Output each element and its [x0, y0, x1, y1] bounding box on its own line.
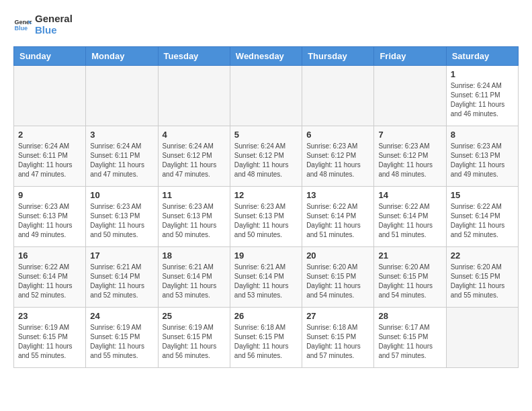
day-of-week-header: Tuesday	[158, 47, 230, 66]
day-of-week-header: Monday	[86, 47, 158, 66]
day-number: 28	[378, 311, 441, 321]
svg-text:Blue: Blue	[14, 25, 28, 32]
day-info: Sunrise: 6:21 AM Sunset: 6:14 PM Dayligh…	[234, 263, 298, 300]
day-info: Sunrise: 6:23 AM Sunset: 6:13 PM Dayligh…	[163, 202, 226, 240]
calendar-day-cell: 28Sunrise: 6:17 AM Sunset: 6:15 PM Dayli…	[374, 308, 446, 368]
day-info: Sunrise: 6:24 AM Sunset: 6:11 PM Dayligh…	[451, 81, 514, 119]
day-info: Sunrise: 6:23 AM Sunset: 6:12 PM Dayligh…	[306, 142, 369, 179]
day-number: 11	[163, 190, 226, 200]
calendar-day-cell: 11Sunrise: 6:23 AM Sunset: 6:13 PM Dayli…	[158, 187, 230, 247]
day-number: 2	[18, 130, 81, 140]
day-info: Sunrise: 6:23 AM Sunset: 6:13 PM Dayligh…	[90, 202, 153, 240]
calendar-day-cell	[446, 308, 518, 368]
logo: General Blue General Blue	[13, 13, 73, 36]
day-number: 18	[163, 250, 226, 261]
calendar-day-cell: 4Sunrise: 6:24 AM Sunset: 6:12 PM Daylig…	[158, 126, 230, 187]
calendar-day-cell: 13Sunrise: 6:22 AM Sunset: 6:14 PM Dayli…	[302, 187, 374, 247]
calendar-day-cell: 8Sunrise: 6:23 AM Sunset: 6:13 PM Daylig…	[446, 126, 518, 187]
logo-general-text: General	[35, 13, 73, 24]
day-info: Sunrise: 6:18 AM Sunset: 6:15 PM Dayligh…	[234, 323, 298, 361]
calendar-day-cell	[374, 66, 446, 126]
calendar-day-cell: 14Sunrise: 6:22 AM Sunset: 6:14 PM Dayli…	[374, 187, 446, 247]
day-info: Sunrise: 6:20 AM Sunset: 6:15 PM Dayligh…	[378, 263, 441, 300]
calendar-day-cell: 27Sunrise: 6:18 AM Sunset: 6:15 PM Dayli…	[302, 308, 374, 368]
calendar-day-cell: 3Sunrise: 6:24 AM Sunset: 6:11 PM Daylig…	[86, 126, 158, 187]
calendar-day-cell: 23Sunrise: 6:19 AM Sunset: 6:15 PM Dayli…	[14, 308, 86, 368]
calendar-day-cell: 1Sunrise: 6:24 AM Sunset: 6:11 PM Daylig…	[446, 66, 518, 126]
calendar-week-row: 23Sunrise: 6:19 AM Sunset: 6:15 PM Dayli…	[14, 308, 519, 368]
day-of-week-header: Sunday	[14, 47, 86, 66]
day-of-week-header: Saturday	[446, 47, 518, 66]
calendar-day-cell: 22Sunrise: 6:20 AM Sunset: 6:15 PM Dayli…	[446, 247, 518, 308]
day-info: Sunrise: 6:24 AM Sunset: 6:11 PM Dayligh…	[18, 142, 81, 179]
day-number: 14	[378, 190, 441, 200]
day-number: 21	[378, 250, 441, 261]
day-number: 19	[234, 250, 298, 261]
calendar-day-cell	[230, 66, 302, 126]
day-info: Sunrise: 6:23 AM Sunset: 6:13 PM Dayligh…	[451, 142, 514, 179]
calendar-day-cell: 9Sunrise: 6:23 AM Sunset: 6:13 PM Daylig…	[14, 187, 86, 247]
day-info: Sunrise: 6:23 AM Sunset: 6:13 PM Dayligh…	[18, 202, 81, 240]
calendar-day-cell: 10Sunrise: 6:23 AM Sunset: 6:13 PM Dayli…	[86, 187, 158, 247]
day-number: 5	[234, 130, 298, 140]
calendar-day-cell	[158, 66, 230, 126]
calendar-day-cell: 2Sunrise: 6:24 AM Sunset: 6:11 PM Daylig…	[14, 126, 86, 187]
calendar-day-cell: 20Sunrise: 6:20 AM Sunset: 6:15 PM Dayli…	[302, 247, 374, 308]
calendar-day-cell: 7Sunrise: 6:23 AM Sunset: 6:12 PM Daylig…	[374, 126, 446, 187]
logo-icon: General Blue	[13, 15, 32, 34]
day-of-week-header: Thursday	[302, 47, 374, 66]
day-info: Sunrise: 6:19 AM Sunset: 6:15 PM Dayligh…	[163, 323, 226, 361]
day-of-week-header: Friday	[374, 47, 446, 66]
day-number: 10	[90, 190, 153, 200]
day-info: Sunrise: 6:24 AM Sunset: 6:11 PM Dayligh…	[90, 142, 153, 179]
day-info: Sunrise: 6:21 AM Sunset: 6:14 PM Dayligh…	[163, 263, 226, 300]
calendar-week-row: 9Sunrise: 6:23 AM Sunset: 6:13 PM Daylig…	[14, 187, 519, 247]
calendar-table: SundayMondayTuesdayWednesdayThursdayFrid…	[13, 46, 519, 368]
day-info: Sunrise: 6:24 AM Sunset: 6:12 PM Dayligh…	[163, 142, 226, 179]
day-number: 23	[18, 311, 81, 321]
calendar-day-cell: 25Sunrise: 6:19 AM Sunset: 6:15 PM Dayli…	[158, 308, 230, 368]
calendar-day-cell: 24Sunrise: 6:19 AM Sunset: 6:15 PM Dayli…	[86, 308, 158, 368]
day-info: Sunrise: 6:17 AM Sunset: 6:15 PM Dayligh…	[378, 323, 441, 361]
day-number: 1	[451, 69, 514, 79]
day-info: Sunrise: 6:21 AM Sunset: 6:14 PM Dayligh…	[90, 263, 153, 300]
calendar-week-row: 2Sunrise: 6:24 AM Sunset: 6:11 PM Daylig…	[14, 126, 519, 187]
calendar-day-cell	[14, 66, 86, 126]
day-number: 17	[90, 250, 153, 261]
calendar-day-cell: 16Sunrise: 6:22 AM Sunset: 6:14 PM Dayli…	[14, 247, 86, 308]
day-number: 22	[451, 250, 514, 261]
day-info: Sunrise: 6:23 AM Sunset: 6:12 PM Dayligh…	[378, 142, 441, 179]
calendar-week-row: 1Sunrise: 6:24 AM Sunset: 6:11 PM Daylig…	[14, 66, 519, 126]
page-header: General Blue General Blue	[13, 13, 519, 36]
day-info: Sunrise: 6:20 AM Sunset: 6:15 PM Dayligh…	[451, 263, 514, 300]
calendar-day-cell: 15Sunrise: 6:22 AM Sunset: 6:14 PM Dayli…	[446, 187, 518, 247]
day-number: 25	[163, 311, 226, 321]
day-info: Sunrise: 6:22 AM Sunset: 6:14 PM Dayligh…	[306, 202, 369, 240]
day-info: Sunrise: 6:24 AM Sunset: 6:12 PM Dayligh…	[234, 142, 298, 179]
calendar-day-cell: 12Sunrise: 6:23 AM Sunset: 6:13 PM Dayli…	[230, 187, 302, 247]
calendar-header-row: SundayMondayTuesdayWednesdayThursdayFrid…	[14, 47, 519, 66]
calendar-day-cell: 19Sunrise: 6:21 AM Sunset: 6:14 PM Dayli…	[230, 247, 302, 308]
day-number: 13	[306, 190, 369, 200]
day-number: 4	[163, 130, 226, 140]
calendar-day-cell: 17Sunrise: 6:21 AM Sunset: 6:14 PM Dayli…	[86, 247, 158, 308]
day-number: 8	[451, 130, 514, 140]
day-number: 20	[306, 250, 369, 261]
day-info: Sunrise: 6:23 AM Sunset: 6:13 PM Dayligh…	[234, 202, 298, 240]
calendar-day-cell	[86, 66, 158, 126]
calendar-day-cell	[302, 66, 374, 126]
day-info: Sunrise: 6:19 AM Sunset: 6:15 PM Dayligh…	[90, 323, 153, 361]
day-info: Sunrise: 6:22 AM Sunset: 6:14 PM Dayligh…	[451, 202, 514, 240]
day-number: 24	[90, 311, 153, 321]
day-number: 27	[306, 311, 369, 321]
calendar-week-row: 16Sunrise: 6:22 AM Sunset: 6:14 PM Dayli…	[14, 247, 519, 308]
day-number: 15	[451, 190, 514, 200]
day-info: Sunrise: 6:20 AM Sunset: 6:15 PM Dayligh…	[306, 263, 369, 300]
day-number: 16	[18, 250, 81, 261]
day-number: 7	[378, 130, 441, 140]
day-info: Sunrise: 6:19 AM Sunset: 6:15 PM Dayligh…	[18, 323, 81, 361]
day-number: 9	[18, 190, 81, 200]
day-number: 12	[234, 190, 298, 200]
day-info: Sunrise: 6:18 AM Sunset: 6:15 PM Dayligh…	[306, 323, 369, 361]
calendar-day-cell: 6Sunrise: 6:23 AM Sunset: 6:12 PM Daylig…	[302, 126, 374, 187]
